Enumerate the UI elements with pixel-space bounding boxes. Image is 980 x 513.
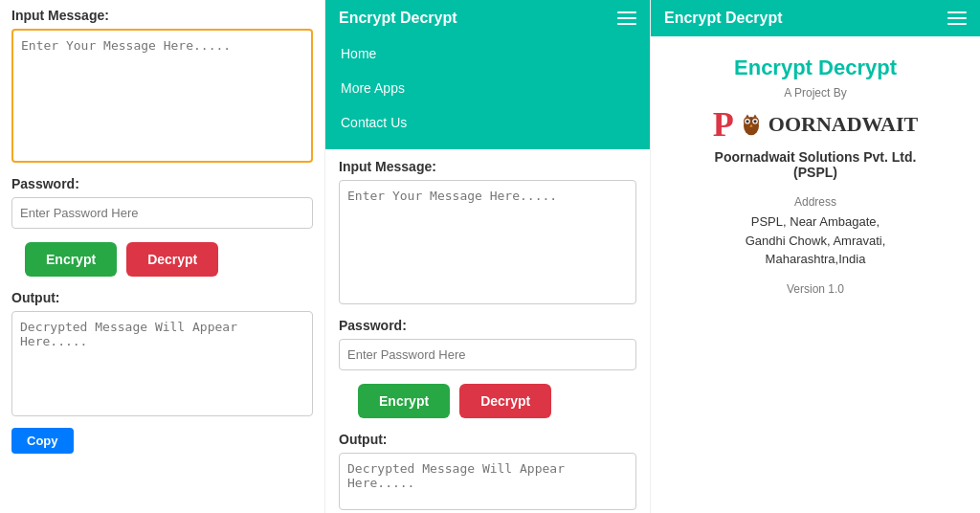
right-hamburger-line-2 [947, 17, 967, 19]
left-output-label: Output: [11, 290, 313, 305]
middle-output-box[interactable] [339, 453, 636, 510]
middle-hamburger-icon[interactable] [617, 11, 636, 25]
middle-decrypt-button[interactable]: Decrypt [459, 384, 551, 418]
middle-password-label: Password: [339, 318, 636, 333]
right-project-by: A Project By [670, 86, 961, 100]
right-company-name: Poornadwait Solutions Pvt. Ltd.(PSPL) [670, 149, 961, 180]
right-header: Encrypt Decrypt [651, 0, 980, 36]
right-brand-name: Encrypt Decrypt [670, 56, 961, 80]
right-version-text: Version 1.0 [670, 282, 961, 296]
left-output-box[interactable] [11, 311, 313, 416]
left-input-label: Input Message: [11, 8, 313, 23]
middle-panel: Encrypt Decrypt Home More Apps Contact U… [325, 0, 651, 513]
svg-point-6 [753, 120, 756, 123]
svg-marker-9 [753, 115, 756, 117]
left-encrypt-button[interactable]: Encrypt [25, 242, 117, 277]
middle-password-input[interactable] [339, 339, 636, 370]
middle-app-title: Encrypt Decrypt [339, 10, 457, 27]
middle-nav-dropdown: Home More Apps Contact Us [325, 36, 650, 149]
logo-owl-icon [736, 109, 767, 140]
left-decrypt-button[interactable]: Decrypt [126, 242, 218, 277]
logo-p-letter: P [713, 107, 734, 142]
hamburger-line-1 [617, 11, 636, 13]
left-btn-row: Encrypt Decrypt [25, 242, 313, 277]
middle-output-label: Output: [339, 432, 636, 447]
right-address-text: PSPL, Near Ambagate,Gandhi Chowk, Amrava… [670, 212, 961, 269]
svg-point-5 [746, 120, 748, 123]
right-hamburger-line-3 [947, 23, 967, 25]
nav-item-more-apps[interactable]: More Apps [325, 71, 650, 105]
middle-encrypt-button[interactable]: Encrypt [358, 384, 450, 418]
right-app-title: Encrypt Decrypt [664, 10, 783, 27]
left-input-message[interactable] [11, 29, 313, 163]
hamburger-line-3 [617, 23, 636, 25]
middle-input-label: Input Message: [339, 159, 636, 174]
middle-input-message[interactable] [339, 180, 636, 304]
right-hamburger-line-1 [947, 11, 967, 13]
logo-rest-text: OORNADWAIT [768, 112, 918, 137]
left-panel: Input Message: Password: Encrypt Decrypt… [0, 0, 325, 513]
right-panel: Encrypt Decrypt Encrypt Decrypt A Projec… [651, 0, 980, 513]
right-body: Encrypt Decrypt A Project By P OORNADWAI… [651, 36, 980, 315]
middle-body: Input Message: Password: Encrypt Decrypt… [325, 149, 650, 513]
logo-container: P OORNADWAIT [670, 107, 961, 142]
right-hamburger-icon[interactable] [947, 11, 967, 25]
left-password-label: Password: [11, 176, 313, 191]
left-password-input[interactable] [11, 197, 313, 229]
svg-marker-8 [746, 115, 748, 117]
left-copy-button[interactable]: Copy [11, 428, 74, 454]
right-address-label: Address [670, 195, 961, 209]
nav-item-home[interactable]: Home [325, 36, 650, 71]
middle-btn-row: Encrypt Decrypt [358, 384, 636, 418]
hamburger-line-2 [617, 17, 636, 19]
middle-header: Encrypt Decrypt [325, 0, 650, 36]
nav-item-contact-us[interactable]: Contact Us [325, 105, 650, 140]
